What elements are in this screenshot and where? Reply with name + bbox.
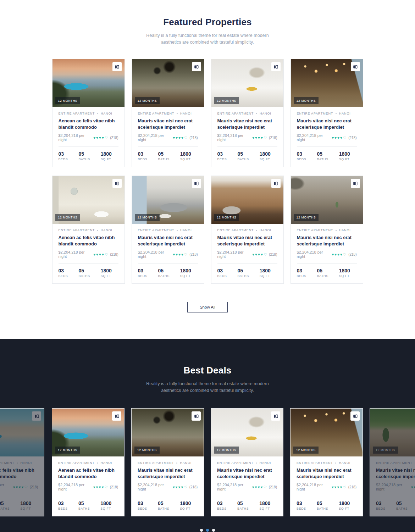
compare-icon[interactable] bbox=[112, 179, 122, 188]
property-title[interactable]: Mauris vitae nisi nec erat scelerisque i… bbox=[138, 467, 198, 480]
compare-icon[interactable] bbox=[112, 411, 121, 421]
property-title[interactable]: Aenean ac felis vitae nibh blandit commo… bbox=[0, 467, 38, 480]
property-stats: 03BEDS05BATHS1800SQ FT bbox=[217, 151, 277, 161]
property-location[interactable]: HANOI bbox=[180, 228, 192, 232]
property-location[interactable]: HANOI bbox=[260, 228, 271, 232]
stat-label: BEDS bbox=[138, 507, 147, 510]
stat-item: 1800SQ FT bbox=[180, 151, 191, 161]
compare-icon[interactable] bbox=[192, 179, 201, 188]
property-location[interactable]: HANOI bbox=[339, 461, 350, 465]
meta-separator-dot bbox=[336, 230, 337, 231]
property-stats: 03BEDS05BATHS1800SQ FT bbox=[217, 500, 277, 510]
property-location[interactable]: HANOI bbox=[100, 461, 112, 465]
meta-separator-dot bbox=[256, 462, 257, 464]
property-title[interactable]: Aenean ac felis vitae nibh blandit commo… bbox=[58, 467, 118, 480]
property-location[interactable]: HANOI bbox=[20, 461, 32, 465]
property-card[interactable]: 12 MONTHS ENTIRE APARTMENT HANOI Aenean … bbox=[52, 408, 124, 516]
carousel-dot-inactive[interactable] bbox=[200, 529, 203, 532]
property-meta: ENTIRE APARTMENT HANOI bbox=[138, 461, 198, 465]
property-card[interactable]: 12 MONTHS ENTIRE APARTMENT HANOI Mauris … bbox=[290, 59, 363, 167]
property-details: ENTIRE APARTMENT HANOI Mauris vitae nisi… bbox=[211, 224, 283, 283]
stat-label: SQ FT bbox=[180, 507, 191, 510]
property-price: $2,204,218 per night bbox=[59, 250, 94, 259]
property-price: $2,204,218 per night bbox=[217, 250, 253, 259]
stat-value: 05 bbox=[0, 500, 10, 506]
best-deals-subtitle: Reality is a fully functional theme for … bbox=[137, 381, 278, 394]
duration-badge: 12 MONTHS bbox=[55, 447, 80, 454]
property-location[interactable]: HANOI bbox=[260, 112, 271, 115]
property-card[interactable]: 12 MONTHS ENTIRE APARTMENT HANOI Mauris … bbox=[290, 176, 363, 284]
compare-icon[interactable] bbox=[112, 62, 122, 71]
review-count: (218) bbox=[110, 485, 118, 489]
property-title[interactable]: Mauris vitae nisi nec erat scelerisque i… bbox=[297, 118, 357, 131]
property-card[interactable]: 12 MONTHS ENTIRE APARTMENT HANOI Mauris … bbox=[132, 59, 204, 167]
property-title[interactable]: Mauris vitae nisi nec erat scelerisque i… bbox=[217, 118, 277, 131]
compare-icon[interactable] bbox=[351, 179, 360, 188]
property-stats: 03BEDS05BATHS1800SQ FT bbox=[0, 500, 38, 510]
property-title[interactable]: Mauris vitae nisi nec erat scelerisque i… bbox=[138, 118, 198, 131]
property-card[interactable]: 12 MONTHS ENTIRE APARTMENT HANOI Mauris … bbox=[370, 408, 415, 516]
property-location[interactable]: HANOI bbox=[259, 461, 271, 465]
property-price: $2,204,218 per night bbox=[138, 250, 173, 259]
featured-subtitle: Reality is a fully functional theme for … bbox=[137, 32, 278, 46]
property-title[interactable]: Mauris vitae nisi nec erat scelerisque i… bbox=[138, 234, 198, 247]
property-details: ENTIRE APARTMENT HANOI Mauris vitae nisi… bbox=[132, 456, 204, 516]
compare-icon[interactable] bbox=[192, 411, 201, 421]
rating-hearts-icons: ♥♥♥♥♡ bbox=[93, 253, 109, 256]
rating-hearts-icons: ♥♥♥♥♡ bbox=[252, 485, 267, 489]
property-card[interactable]: 12 MONTHS ENTIRE APARTMENT HANOI Mauris … bbox=[211, 59, 284, 167]
meta-separator-dot bbox=[17, 462, 18, 464]
property-details: ENTIRE APARTMENT HANOI Mauris vitae nisi… bbox=[291, 107, 363, 167]
property-location[interactable]: HANOI bbox=[339, 112, 351, 115]
property-location[interactable]: HANOI bbox=[180, 112, 192, 115]
stat-item: 05BATHS bbox=[317, 151, 328, 161]
property-card[interactable]: 12 MONTHS ENTIRE APARTMENT HANOI Aenean … bbox=[52, 176, 125, 284]
property-title[interactable]: Mauris vitae nisi nec erat scelerisque i… bbox=[376, 467, 415, 480]
stat-item: 1800SQ FT bbox=[180, 268, 191, 278]
price-row: $2,204,218 per night ♥♥♥♥♡ (218) bbox=[138, 483, 198, 491]
property-card[interactable]: 12 MONTHS ENTIRE APARTMENT HANOI Mauris … bbox=[132, 176, 204, 284]
compare-icon[interactable] bbox=[271, 179, 281, 188]
property-photo: 12 MONTHS bbox=[132, 59, 204, 107]
stat-value: 03 bbox=[138, 500, 147, 506]
property-title[interactable]: Aenean ac felis vitae nibh blandit commo… bbox=[59, 118, 118, 131]
property-card[interactable]: 12 MONTHS ENTIRE APARTMENT HANOI Mauris … bbox=[290, 408, 363, 516]
property-title[interactable]: Aenean ac felis vitae nibh blandit commo… bbox=[59, 234, 118, 247]
property-rating: ♥♥♥♥♡ (218) bbox=[173, 253, 198, 256]
compare-icon[interactable] bbox=[192, 62, 201, 71]
property-title[interactable]: Mauris vitae nisi nec erat scelerisque i… bbox=[217, 467, 277, 480]
review-count: (218) bbox=[348, 485, 356, 489]
card-divider bbox=[138, 146, 198, 147]
rating-hearts-icons: ♥♥♥♥♡ bbox=[93, 485, 109, 489]
property-card[interactable]: 12 MONTHS ENTIRE APARTMENT HANOI Mauris … bbox=[211, 408, 283, 516]
property-location[interactable]: HANOI bbox=[101, 112, 112, 115]
property-location[interactable]: HANOI bbox=[180, 461, 192, 465]
compare-icon[interactable] bbox=[351, 62, 360, 71]
show-all-button[interactable]: Show All bbox=[187, 302, 228, 312]
price-row: $2,204,218 per night ♥♥♥♥♡ (218) bbox=[59, 250, 118, 259]
property-location[interactable]: HANOI bbox=[339, 228, 351, 232]
compare-icon[interactable] bbox=[32, 411, 41, 421]
stat-item: 05BATHS bbox=[237, 500, 249, 510]
carousel-dot-active[interactable] bbox=[206, 529, 209, 532]
compare-icon[interactable] bbox=[271, 411, 280, 421]
compare-icon[interactable] bbox=[350, 411, 360, 421]
property-card[interactable]: 12 MONTHS ENTIRE APARTMENT HANOI Aenean … bbox=[0, 408, 44, 516]
property-details: ENTIRE APARTMENT HANOI Mauris vitae nisi… bbox=[291, 224, 363, 283]
stat-item: 1800SQ FT bbox=[101, 268, 112, 278]
property-photo: 12 MONTHS bbox=[291, 176, 363, 224]
property-location[interactable]: HANOI bbox=[101, 228, 112, 232]
carousel-dot-inactive[interactable] bbox=[212, 529, 215, 532]
compare-icon[interactable] bbox=[271, 62, 281, 71]
duration-badge: 12 MONTHS bbox=[294, 214, 319, 221]
property-card[interactable]: 12 MONTHS ENTIRE APARTMENT HANOI Mauris … bbox=[131, 408, 204, 516]
property-title[interactable]: Mauris vitae nisi nec erat scelerisque i… bbox=[297, 467, 356, 480]
property-title[interactable]: Mauris vitae nisi nec erat scelerisque i… bbox=[297, 234, 357, 247]
stat-label: SQ FT bbox=[101, 157, 112, 161]
stat-label: SQ FT bbox=[260, 157, 271, 161]
deals-carousel[interactable]: 12 MONTHS ENTIRE APARTMENT HANOI Aenean … bbox=[0, 408, 415, 512]
stat-label: SQ FT bbox=[101, 274, 112, 278]
property-card[interactable]: 12 MONTHS ENTIRE APARTMENT HANOI Aenean … bbox=[52, 59, 125, 167]
property-title[interactable]: Mauris vitae nisi nec erat scelerisque i… bbox=[217, 234, 277, 247]
property-card[interactable]: 12 MONTHS ENTIRE APARTMENT HANOI Mauris … bbox=[211, 176, 284, 284]
